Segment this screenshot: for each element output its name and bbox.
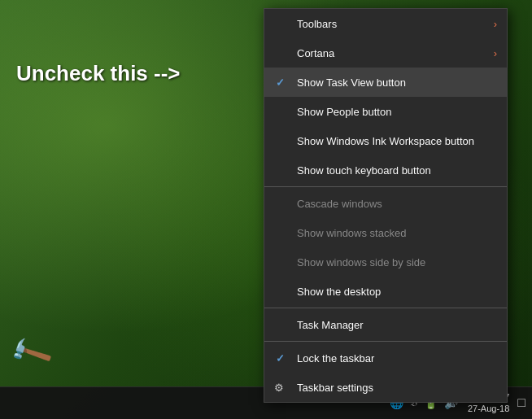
menu-item-label: Task Manager — [297, 319, 364, 331]
instruction-text: Uncheck this --> — [16, 61, 181, 86]
menu-item-label: Show touch keyboard button — [297, 164, 431, 177]
menu-item-label: Cortana — [297, 47, 334, 59]
menu-item-stacked: Show windows stacked — [264, 218, 507, 247]
check-icon: ✓ — [276, 76, 285, 89]
menu-item-label: Toolbars — [297, 18, 337, 30]
menu-item-label: Taskbar settings — [297, 382, 373, 394]
notification-icon[interactable]: □ — [517, 395, 525, 410]
menu-item-lock-taskbar[interactable]: ✓ Lock the taskbar — [264, 343, 507, 373]
menu-item-taskbar-settings[interactable]: ⚙ Taskbar settings — [264, 373, 507, 402]
menu-item-task-view[interactable]: ✓ Show Task View button — [264, 68, 507, 97]
menu-item-show-desktop[interactable]: Show the desktop — [264, 277, 507, 306]
menu-item-label: Show Task View button — [297, 76, 406, 89]
menu-item-label: Lock the taskbar — [297, 352, 374, 364]
menu-item-people[interactable]: Show People button — [264, 97, 507, 126]
menu-separator-1 — [264, 186, 507, 187]
gear-icon: ⚙ — [274, 382, 284, 394]
menu-item-cascade: Cascade windows — [264, 189, 507, 218]
menu-item-label: Show Windows Ink Workspace button — [297, 135, 474, 147]
menu-item-toolbars[interactable]: Toolbars › — [264, 9, 507, 38]
arrow-right-icon: › — [494, 18, 497, 30]
menu-separator-2 — [264, 308, 507, 308]
menu-separator-3 — [264, 341, 507, 342]
menu-item-label: Show windows side by side — [297, 256, 425, 268]
check-icon: ✓ — [276, 352, 285, 364]
menu-item-side-by-side: Show windows side by side — [264, 247, 507, 277]
menu-item-ink-workspace[interactable]: Show Windows Ink Workspace button — [264, 126, 507, 155]
menu-item-label: Show the desktop — [297, 286, 381, 298]
context-menu: Toolbars › Cortana › ✓ Show Task View bu… — [264, 8, 508, 403]
menu-item-task-manager[interactable]: Task Manager — [264, 310, 507, 339]
clock-date: 27-Aug-18 — [468, 404, 509, 414]
menu-item-label: Show windows stacked — [297, 227, 406, 239]
menu-item-cortana[interactable]: Cortana › — [264, 38, 507, 68]
menu-item-label: Show People button — [297, 106, 391, 118]
menu-item-touch-keyboard[interactable]: Show touch keyboard button — [264, 155, 507, 185]
menu-item-label: Cascade windows — [297, 198, 382, 210]
arrow-right-icon: › — [494, 47, 497, 59]
